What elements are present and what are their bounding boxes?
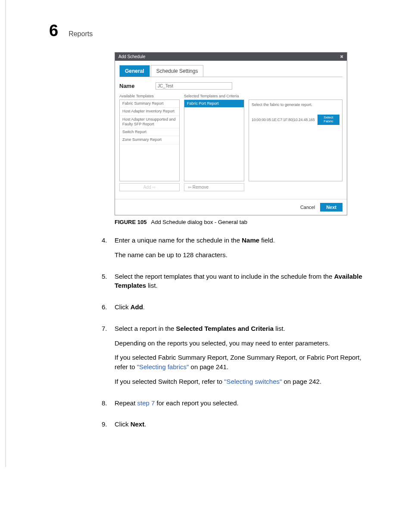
figure-label: FIGURE 105 [115, 219, 146, 225]
dialog-title: Add Schedule [118, 54, 145, 59]
close-icon[interactable]: ✖ [340, 54, 343, 59]
list-item[interactable]: Zone Summary Report [120, 136, 179, 144]
step-text: Repeat step 7 for each report you select… [115, 398, 372, 408]
step-text: Depending on the reports you selected, y… [115, 339, 372, 348]
dialog-footer: Cancel Next [115, 199, 347, 215]
step-text: Click Add. [115, 302, 372, 312]
list-item[interactable]: Host Adapter Unsupported and Faulty SFP … [120, 116, 179, 129]
criteria-heading [249, 94, 342, 98]
criteria-instruction: Select the fabric to generate report. [252, 103, 339, 107]
chapter-title: Reports [68, 30, 93, 38]
link-step-7[interactable]: step 7 [137, 399, 155, 407]
step-number: 6. [102, 302, 115, 317]
step-text: The name can be up to 128 characters. [115, 250, 372, 260]
step-number: 5. [102, 272, 115, 296]
next-button[interactable]: Next [320, 203, 342, 212]
list-item[interactable]: Switch Report [120, 128, 179, 136]
tab-schedule-settings[interactable]: Schedule Settings [151, 65, 204, 77]
step-number: 9. [102, 420, 115, 434]
dialog-titlebar: Add Schedule ✖ [115, 53, 347, 61]
name-input[interactable] [156, 82, 232, 90]
available-templates-list[interactable]: Fabric Summary Report Host Adapter Inven… [119, 100, 180, 181]
available-templates-heading: Available Templates [119, 94, 180, 98]
add-button: Add ⇨ [119, 183, 180, 191]
selected-templates-heading: Selected Templates and Criteria [184, 94, 244, 98]
step-number: 4. [102, 236, 115, 265]
figure-text: Add Schedule dialog box - General tab [151, 219, 247, 225]
list-item[interactable]: Fabric Port Report [184, 100, 244, 108]
name-label: Name [119, 83, 156, 89]
add-schedule-dialog: Add Schedule ✖ General Schedule Settings… [115, 52, 347, 215]
page-header: 6 Reports [49, 22, 372, 40]
tab-general[interactable]: General [119, 65, 150, 77]
step-text: If you selected Fabric Summary Report, Z… [115, 353, 372, 372]
step-number: 8. [102, 398, 115, 413]
step-text: Enter a unique name for the schedule in … [115, 236, 372, 245]
figure-caption: FIGURE 105 Add Schedule dialog box - Gen… [115, 219, 372, 225]
link-selecting-switches[interactable]: "Selecting switches" [224, 378, 282, 385]
dialog-tabs: General Schedule Settings [119, 65, 342, 77]
criteria-panel: Select the fabric to generate report. 10… [249, 100, 342, 181]
list-item[interactable]: Fabric Summary Report [120, 100, 179, 108]
cancel-button[interactable]: Cancel [300, 205, 315, 210]
step-text: Select a report in the Selected Template… [115, 324, 372, 333]
link-selecting-fabrics[interactable]: "Selecting fabrics" [137, 363, 189, 370]
remove-button[interactable]: ⇦ Remove [184, 183, 244, 191]
step-text: Click Next. [115, 420, 372, 429]
step-text: If you selected Switch Report, refer to … [115, 377, 372, 386]
list-item[interactable]: Host Adapter Inventory Report [120, 108, 179, 115]
step-text: Select the report templates that you wan… [115, 272, 372, 291]
selected-templates-list[interactable]: Fabric Port Report [184, 100, 244, 181]
chapter-number: 6 [49, 22, 58, 40]
fabric-wwn: 10:00:00:05:1E:C7:1F:80|10.24.48.165 [252, 118, 315, 122]
step-number: 7. [102, 324, 115, 392]
select-fabric-button[interactable]: Select Fabric [318, 115, 339, 125]
